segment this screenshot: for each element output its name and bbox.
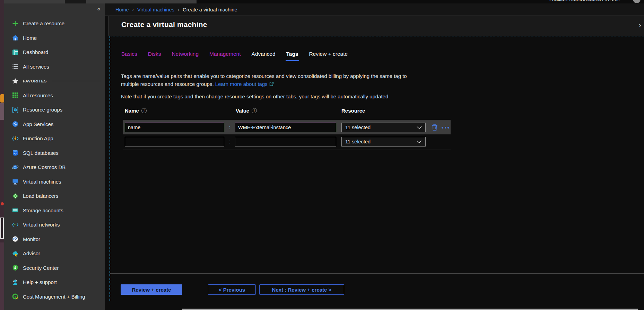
- tag-value-input[interactable]: [235, 123, 336, 132]
- os-taskbar-sliver: [182, 309, 638, 310]
- sidebar-item-favorites: FAVORITES: [4, 74, 105, 88]
- tab-networking[interactable]: Networking: [171, 51, 200, 61]
- dashboard-icon: [11, 48, 19, 56]
- cost-billing-icon: $: [11, 293, 19, 300]
- previous-button[interactable]: < Previous: [208, 284, 256, 295]
- footer-divider: [110, 273, 644, 274]
- sidebar-item-app-services[interactable]: App Services: [4, 117, 105, 132]
- more-options-icon[interactable]: [442, 127, 449, 129]
- sidebar-item-label: SQL databases: [23, 150, 59, 156]
- tab-tags[interactable]: Tags: [286, 51, 299, 61]
- help-support-icon: [11, 278, 19, 286]
- dock-app-icon: [0, 94, 4, 103]
- sidebar-item-sql-databases[interactable]: SQLSQL databases: [4, 146, 105, 160]
- dock-app-icon: [1, 202, 4, 205]
- sidebar-item-monitor[interactable]: Monitor: [4, 232, 105, 247]
- svg-text:SQL: SQL: [13, 152, 17, 154]
- sidebar-item-label: Home: [23, 35, 37, 41]
- sidebar-item-virtual-networks[interactable]: Virtual networks: [4, 218, 105, 232]
- panel-expand-icon[interactable]: ›: [639, 21, 641, 29]
- resource-dropdown[interactable]: 11 selected: [341, 137, 426, 147]
- tag-value-input[interactable]: [235, 137, 336, 147]
- breadcrumb-virtual-machines[interactable]: Virtual machines: [137, 7, 174, 12]
- tag-row: :11 selected: [123, 134, 451, 150]
- sidebar-item-virtual-machines[interactable]: Virtual machines: [4, 175, 105, 189]
- sidebar-item-all-resources[interactable]: All resources: [4, 88, 105, 103]
- description-line2: multiple resources and resource groups.: [121, 81, 214, 87]
- sidebar-item-cost-management-billing[interactable]: $Cost Management + Billing: [4, 290, 105, 304]
- column-header-name: Name: [125, 108, 147, 114]
- tab-management[interactable]: Management: [209, 51, 241, 61]
- avatar[interactable]: [633, 0, 641, 3]
- column-header-resource: Resource: [341, 108, 365, 114]
- chevron-down-icon: [417, 126, 422, 129]
- sidebar-item-label: All resources: [23, 92, 53, 98]
- breadcrumb-home[interactable]: Home: [115, 7, 129, 12]
- sidebar-item-resource-groups[interactable]: Resource groups: [4, 103, 105, 117]
- resource-dropdown-value: 11 selected: [345, 139, 371, 144]
- load-balancers-icon: [11, 192, 19, 200]
- page-title: Create a virtual machine: [121, 20, 207, 29]
- info-icon[interactable]: [252, 108, 257, 113]
- sidebar-item-label: Create a resource: [23, 20, 64, 26]
- breadcrumb: Home›Virtual machines›Create a virtual m…: [105, 3, 644, 16]
- sidebar-item-label: Virtual networks: [23, 222, 60, 228]
- tab-basics[interactable]: Basics: [121, 51, 138, 61]
- sidebar-item-home[interactable]: Home: [4, 31, 105, 45]
- sidebar-nav-list: Create a resourceHomeDashboardAll servic…: [4, 16, 105, 304]
- delete-tag-icon[interactable]: [432, 124, 438, 131]
- os-dock-strip: [0, 0, 4, 310]
- sidebar-item-create-a-resource[interactable]: Create a resource: [4, 16, 105, 31]
- sidebar-collapse-icon[interactable]: «: [97, 6, 101, 12]
- breadcrumb-create-a-virtual-machine: Create a virtual machine: [183, 7, 237, 12]
- tab-disks[interactable]: Disks: [147, 51, 162, 61]
- tags-note: Note that if you create tags and then ch…: [121, 94, 390, 99]
- info-icon[interactable]: [141, 108, 147, 113]
- next-button[interactable]: Next : Review + create >: [259, 284, 344, 295]
- learn-more-link[interactable]: Learn more about tags: [215, 81, 268, 87]
- sidebar-item-function-app[interactable]: Function App: [4, 131, 105, 146]
- resource-dropdown[interactable]: 11 selected: [341, 123, 426, 132]
- review-create-button[interactable]: Review + create: [121, 284, 182, 295]
- sidebar-item-label: Load balancers: [23, 193, 59, 199]
- tag-name-input[interactable]: [125, 123, 224, 132]
- favorites-divider: [52, 81, 101, 81]
- azure-portal-screen: PRAMATI TECHNOLOGIES PVT. LT... « Create…: [0, 0, 644, 310]
- content-area: Home›Virtual machines›Create a virtual m…: [105, 3, 644, 310]
- tenant-name: PRAMATI TECHNOLOGIES PVT. LT...: [549, 0, 620, 2]
- sidebar-item-label: Advisor: [23, 250, 40, 256]
- tags-description: Tags are name/value pairs that enable yo…: [121, 72, 407, 88]
- sidebar-item-storage-accounts[interactable]: Storage accounts: [4, 203, 105, 218]
- column-header-value: Value: [236, 108, 257, 114]
- monitor-icon: [11, 236, 19, 243]
- wizard-tabs: BasicsDisksNetworkingManagementAdvancedT…: [121, 51, 348, 61]
- sidebar-item-help-support[interactable]: Help + support: [4, 275, 105, 290]
- grid-icon: [11, 92, 19, 99]
- plus-icon: [11, 20, 19, 27]
- sidebar-item-load-balancers[interactable]: Load balancers: [4, 189, 105, 203]
- tab-advanced[interactable]: Advanced: [251, 51, 276, 61]
- sidebar-item-label: Monitor: [23, 236, 40, 242]
- description-line1: Tags are name/value pairs that enable yo…: [121, 73, 407, 79]
- breadcrumb-separator: ›: [132, 7, 134, 12]
- browser-tab-strip: [4, 0, 197, 3]
- table-bottom-border: [123, 150, 451, 150]
- sidebar-item-label: All services: [23, 64, 49, 70]
- sidebar: « Create a resourceHomeDashboardAll serv…: [4, 3, 105, 310]
- sidebar-item-azure-cosmos-db[interactable]: Azure Cosmos DB: [4, 160, 105, 175]
- sidebar-item-advisor[interactable]: Advisor: [4, 246, 105, 261]
- colon-separator: :: [227, 123, 233, 132]
- tag-name-input[interactable]: [125, 137, 224, 147]
- tags-tab-panel: BasicsDisksNetworkingManagementAdvancedT…: [110, 36, 644, 310]
- security-center-icon: [11, 264, 19, 272]
- sidebar-item-dashboard[interactable]: Dashboard: [4, 45, 105, 60]
- sidebar-item-all-services[interactable]: All services: [4, 60, 105, 74]
- tab-review-create[interactable]: Review + create: [308, 51, 349, 61]
- sidebar-item-label: Function App: [23, 135, 53, 141]
- sidebar-item-security-center[interactable]: Security Center: [4, 261, 105, 275]
- tag-row: :11 selected: [123, 120, 451, 134]
- function-app-icon: [11, 135, 19, 142]
- storage-accounts-icon: [11, 207, 19, 214]
- resource-groups-icon: [11, 106, 19, 113]
- virtual-machines-icon: [11, 178, 19, 185]
